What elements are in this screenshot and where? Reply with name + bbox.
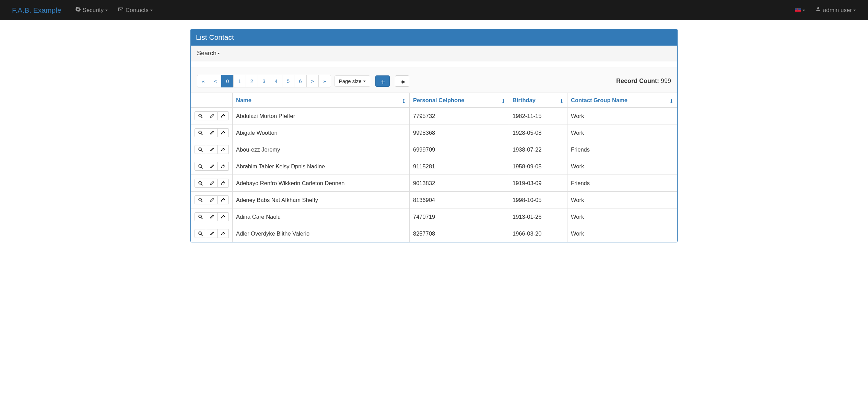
cell-group: Work: [567, 124, 677, 141]
page-btn->[interactable]: >: [306, 75, 319, 87]
cell-birthday: 1982-11-15: [509, 108, 567, 124]
table-row: Abigale Wootton 9998368 1928-05-08 Work: [191, 124, 677, 141]
table-row: Adebayo Renfro Wikkerin Carleton Dennen …: [191, 175, 677, 192]
page-btn-1[interactable]: 1: [233, 75, 246, 87]
nav-contacts[interactable]: Contacts: [113, 0, 158, 20]
brand-link[interactable]: F.A.B. Example: [7, 6, 67, 14]
row-show-button[interactable]: [195, 212, 206, 221]
row-show-button[interactable]: [195, 179, 206, 188]
cell-celphone: 7795732: [410, 108, 509, 124]
nav-contacts-label: Contacts: [126, 7, 149, 14]
caret-icon: [853, 10, 856, 11]
add-button[interactable]: [375, 75, 390, 87]
row-show-button[interactable]: [195, 229, 206, 238]
search-icon: [198, 231, 203, 236]
row-show-button[interactable]: [195, 111, 206, 120]
row-delete-button[interactable]: [217, 145, 229, 154]
row-edit-button[interactable]: [206, 128, 218, 137]
col-celphone-link[interactable]: Personal Celphone: [413, 97, 464, 103]
uk-flag-icon: [795, 8, 801, 12]
sort-icon[interactable]: [559, 97, 564, 104]
cell-name: Abou-ezz Jeremy: [233, 141, 410, 158]
page-btn-<[interactable]: <: [209, 75, 222, 87]
row-edit-button[interactable]: [206, 162, 218, 171]
cell-celphone: 6999709: [410, 141, 509, 158]
cell-birthday: 1913-01-26: [509, 208, 567, 225]
table-row: Abdulazi Murton Pfeffer 7795732 1982-11-…: [191, 108, 677, 124]
cell-celphone: 8257708: [410, 225, 509, 242]
page-btn-0[interactable]: 0: [221, 75, 234, 87]
caret-icon: [105, 10, 108, 11]
list-panel: List Contact Search «<0123456>» Page siz…: [190, 29, 678, 242]
page-btn-3[interactable]: 3: [258, 75, 270, 87]
page-btn-«[interactable]: «: [197, 75, 209, 87]
edit-icon: [209, 181, 214, 185]
edit-icon: [209, 214, 214, 219]
row-edit-button[interactable]: [206, 212, 218, 221]
erase-icon: [221, 231, 225, 236]
nav-language[interactable]: [790, 0, 810, 20]
erase-icon: [221, 181, 225, 185]
edit-icon: [209, 113, 214, 118]
plus-icon: [380, 79, 385, 84]
cell-celphone: 9013832: [410, 175, 509, 192]
erase-icon: [221, 197, 225, 202]
navbar: F.A.B. Example Security Contacts admin u…: [0, 0, 868, 20]
search-icon: [198, 164, 203, 169]
row-delete-button[interactable]: [217, 162, 229, 171]
table-row: Adeney Babs Nat Afkham Sheffy 8136904 19…: [191, 192, 677, 208]
col-name-link[interactable]: Name: [236, 97, 251, 103]
row-delete-button[interactable]: [217, 212, 229, 221]
page-btn-»[interactable]: »: [318, 75, 331, 87]
row-show-button[interactable]: [195, 145, 206, 154]
row-delete-button[interactable]: [217, 111, 229, 120]
row-delete-button[interactable]: [217, 229, 229, 238]
cell-group: Work: [567, 158, 677, 175]
cell-group: Work: [567, 108, 677, 124]
user-icon: [816, 7, 821, 14]
page-btn-5[interactable]: 5: [282, 75, 294, 87]
caret-icon: [363, 81, 366, 82]
row-delete-button[interactable]: [217, 128, 229, 137]
cell-name: Adler Overdyke Blithe Valerio: [233, 225, 410, 242]
row-edit-button[interactable]: [206, 229, 218, 238]
col-actions: [191, 93, 233, 108]
row-edit-button[interactable]: [206, 179, 218, 188]
sort-icon[interactable]: [669, 97, 673, 104]
cell-group: Friends: [567, 175, 677, 192]
search-toggle[interactable]: Search: [191, 46, 677, 61]
page-btn-6[interactable]: 6: [294, 75, 306, 87]
row-delete-button[interactable]: [217, 195, 229, 204]
sort-icon[interactable]: [401, 97, 406, 104]
page-size-dropdown[interactable]: Page size: [335, 75, 370, 87]
nav-security-label: Security: [83, 7, 104, 14]
page-btn-4[interactable]: 4: [270, 75, 282, 87]
col-group-link[interactable]: Contact Group Name: [571, 97, 627, 103]
cell-birthday: 1998-10-05: [509, 192, 567, 208]
row-delete-button[interactable]: [217, 179, 229, 188]
row-edit-button[interactable]: [206, 145, 218, 154]
row-edit-button[interactable]: [206, 195, 218, 204]
row-show-button[interactable]: [195, 195, 206, 204]
col-birthday-link[interactable]: Birthday: [513, 97, 536, 103]
cell-name: Abrahim Tabler Kelsy Dpnis Nadine: [233, 158, 410, 175]
sort-icon[interactable]: [501, 97, 505, 104]
caret-icon: [150, 10, 153, 11]
row-show-button[interactable]: [195, 128, 206, 137]
nav-user[interactable]: admin user: [810, 0, 861, 20]
panel-title: List Contact: [191, 29, 677, 46]
table-row: Abrahim Tabler Kelsy Dpnis Nadine 911528…: [191, 158, 677, 175]
row-edit-button[interactable]: [206, 111, 218, 120]
cell-celphone: 7470719: [410, 208, 509, 225]
back-button[interactable]: [395, 75, 409, 87]
cell-birthday: 1958-09-05: [509, 158, 567, 175]
row-show-button[interactable]: [195, 162, 206, 171]
page-btn-2[interactable]: 2: [246, 75, 258, 87]
record-count-value: 999: [661, 77, 671, 84]
nav-security[interactable]: Security: [70, 0, 113, 20]
cell-birthday: 1938-07-22: [509, 141, 567, 158]
edit-icon: [209, 164, 214, 169]
search-icon: [198, 130, 203, 135]
cell-group: Work: [567, 208, 677, 225]
cell-group: Friends: [567, 141, 677, 158]
